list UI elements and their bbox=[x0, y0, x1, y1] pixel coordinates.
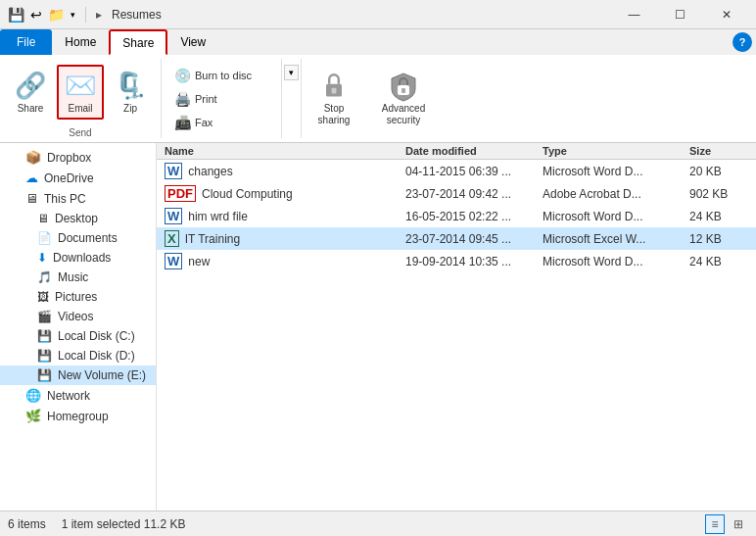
thispc-icon: 🖥 bbox=[25, 191, 38, 206]
fax-label: Fax bbox=[195, 117, 213, 128]
tab-file[interactable]: File bbox=[0, 29, 52, 55]
file-type: Microsoft Word D... bbox=[543, 255, 689, 268]
file-name: him wrd file bbox=[188, 210, 248, 223]
print-label: Print bbox=[195, 93, 217, 105]
onedrive-icon: ☁ bbox=[25, 171, 38, 185]
advanced-security-button[interactable]: Advanced security bbox=[366, 59, 441, 138]
documents-icon: 📄 bbox=[37, 231, 52, 245]
dropdown-arrow-icon[interactable]: ▾ bbox=[71, 10, 75, 20]
file-date: 19-09-2014 10:35 ... bbox=[405, 255, 543, 268]
print-icon: 🖨️ bbox=[174, 91, 191, 107]
share-dropdown-button[interactable]: ▾ bbox=[284, 65, 299, 80]
file-size: 20 KB bbox=[689, 165, 748, 178]
file-name: IT Training bbox=[185, 232, 240, 246]
nav-pane: 📦 Dropbox ☁ OneDrive 🖥 This PC 🖥 Desktop… bbox=[0, 143, 157, 511]
close-button[interactable]: ✕ bbox=[704, 0, 748, 29]
file-type-icon: W bbox=[165, 163, 182, 179]
nav-label-pictures: Pictures bbox=[55, 290, 97, 304]
table-row[interactable]: Wnew19-09-2014 10:35 ...Microsoft Word D… bbox=[157, 250, 756, 272]
nav-item-dropbox[interactable]: 📦 Dropbox bbox=[0, 147, 156, 168]
network-icon: 🌐 bbox=[25, 388, 41, 403]
file-pane: NameDate modifiedTypeSizeWchanges04-11-2… bbox=[157, 143, 756, 511]
advanced-security-label: Advanced security bbox=[374, 103, 433, 126]
nav-item-network[interactable]: 🌐 Network bbox=[0, 385, 156, 406]
nav-label-onedrive: OneDrive bbox=[44, 171, 94, 185]
stop-sharing-label: Stop sharing bbox=[309, 103, 358, 126]
nav-item-desktop[interactable]: 🖥 Desktop bbox=[0, 209, 156, 228]
svg-rect-1 bbox=[332, 87, 337, 93]
file-type-icon: X bbox=[165, 230, 179, 247]
col-header-type[interactable]: Type bbox=[543, 145, 689, 157]
file-name: new bbox=[188, 255, 210, 268]
file-type: Adobe Acrobat D... bbox=[543, 187, 689, 201]
stop-sharing-button[interactable]: Stop sharing bbox=[302, 59, 366, 138]
zip-icon: 🗜️ bbox=[115, 71, 146, 101]
file-name: changes bbox=[188, 165, 232, 178]
fax-icon: 📠 bbox=[174, 115, 191, 130]
title-bar: 💾 ↩ 📁 ▾ ▸ Resumes — ☐ ✕ bbox=[0, 0, 756, 29]
print-button[interactable]: 🖨️ Print bbox=[167, 88, 275, 110]
item-count: 6 items bbox=[8, 517, 46, 531]
dropdown-chevron-icon: ▾ bbox=[289, 68, 294, 77]
col-header-dateModified[interactable]: Date modified bbox=[405, 145, 543, 157]
nav-item-homegroup[interactable]: 🌿 Homegroup bbox=[0, 406, 156, 426]
nav-item-locald[interactable]: 💾 Local Disk (D:) bbox=[0, 346, 156, 365]
nav-item-downloads[interactable]: ⬇ Downloads bbox=[0, 248, 156, 268]
maximize-button[interactable]: ☐ bbox=[658, 0, 702, 29]
table-row[interactable]: Wchanges04-11-2015 06:39 ...Microsoft Wo… bbox=[157, 160, 756, 182]
nav-item-localc[interactable]: 💾 Local Disk (C:) bbox=[0, 326, 156, 346]
nav-label-videos: Videos bbox=[58, 310, 93, 323]
nav-item-music[interactable]: 🎵 Music bbox=[0, 268, 156, 287]
nav-item-onedrive[interactable]: ☁ OneDrive bbox=[0, 168, 156, 188]
undo-icon[interactable]: ↩ bbox=[30, 7, 42, 23]
col-header-name[interactable]: Name bbox=[165, 145, 405, 157]
nav-label-network: Network bbox=[47, 389, 90, 403]
email-btn-label: Email bbox=[68, 103, 92, 114]
nav-label-homegroup: Homegroup bbox=[47, 410, 109, 423]
share-button[interactable]: 🔗 Share bbox=[8, 66, 53, 119]
nav-item-newe[interactable]: 💾 New Volume (E:) bbox=[0, 365, 156, 385]
nav-label-thispc: This PC bbox=[44, 192, 86, 206]
table-row[interactable]: XIT Training23-07-2014 09:45 ...Microsof… bbox=[157, 227, 756, 250]
large-icons-view-button[interactable]: ⊞ bbox=[729, 514, 748, 534]
nav-label-locald: Local Disk (D:) bbox=[58, 349, 135, 363]
content-area: 📦 Dropbox ☁ OneDrive 🖥 This PC 🖥 Desktop… bbox=[0, 143, 756, 511]
file-name-cell: XIT Training bbox=[165, 230, 405, 247]
send-group-label: Send bbox=[69, 125, 91, 138]
title-bar-quick-access: 💾 ↩ 📁 ▾ ▸ Resumes bbox=[8, 7, 162, 23]
tab-view[interactable]: View bbox=[167, 29, 218, 55]
nav-item-thispc[interactable]: 🖥 This PC bbox=[0, 188, 156, 209]
file-list-header: NameDate modifiedTypeSize bbox=[157, 143, 756, 160]
help-button[interactable]: ? bbox=[732, 32, 752, 52]
shield-lock-icon bbox=[388, 72, 419, 103]
file-type-icon: PDF bbox=[165, 185, 196, 202]
email-button[interactable]: ✉️ Email bbox=[57, 65, 104, 120]
table-row[interactable]: PDFCloud Computing23-07-2014 09:42 ...Ad… bbox=[157, 182, 756, 205]
save-icon[interactable]: 💾 bbox=[8, 7, 24, 23]
title-text: Resumes bbox=[112, 8, 162, 22]
dropbox-icon: 📦 bbox=[25, 150, 41, 165]
zip-button[interactable]: 🗜️ Zip bbox=[108, 66, 153, 119]
details-view-button[interactable]: ≡ bbox=[705, 514, 725, 534]
downloads-icon: ⬇ bbox=[37, 251, 47, 265]
minimize-button[interactable]: — bbox=[612, 0, 656, 29]
tab-share[interactable]: Share bbox=[109, 29, 167, 55]
nav-label-downloads: Downloads bbox=[53, 251, 111, 265]
file-name-cell: Wnew bbox=[165, 253, 405, 269]
file-type-icon: W bbox=[165, 208, 182, 224]
table-row[interactable]: Whim wrd file16-05-2015 02:22 ...Microso… bbox=[157, 205, 756, 227]
share-icon: 🔗 bbox=[15, 71, 46, 101]
burn-to-disc-button[interactable]: 💿 Burn to disc bbox=[167, 65, 275, 86]
nav-item-pictures[interactable]: 🖼 Pictures bbox=[0, 287, 156, 307]
col-header-size[interactable]: Size bbox=[689, 145, 748, 157]
nav-item-documents[interactable]: 📄 Documents bbox=[0, 228, 156, 248]
folder-icon: 📁 bbox=[48, 7, 65, 23]
nav-item-videos[interactable]: 🎬 Videos bbox=[0, 307, 156, 326]
tab-home[interactable]: Home bbox=[52, 29, 109, 55]
file-size: 902 KB bbox=[689, 187, 748, 201]
file-name-cell: Whim wrd file bbox=[165, 208, 405, 224]
fax-button[interactable]: 📠 Fax bbox=[167, 112, 275, 133]
nav-label-localc: Local Disk (C:) bbox=[58, 329, 135, 343]
file-list: NameDate modifiedTypeSizeWchanges04-11-2… bbox=[157, 143, 756, 272]
svg-rect-3 bbox=[402, 88, 405, 93]
